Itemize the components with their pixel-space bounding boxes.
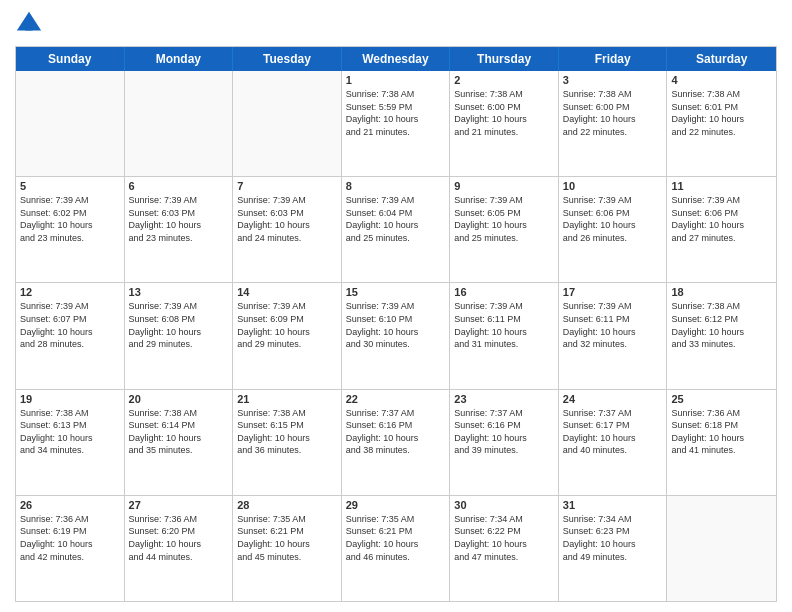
calendar-day-5: 5Sunrise: 7:39 AM Sunset: 6:02 PM Daylig… bbox=[16, 177, 125, 282]
day-number: 10 bbox=[563, 180, 663, 192]
calendar-week-1: 1Sunrise: 7:38 AM Sunset: 5:59 PM Daylig… bbox=[16, 71, 776, 176]
calendar-day-8: 8Sunrise: 7:39 AM Sunset: 6:04 PM Daylig… bbox=[342, 177, 451, 282]
day-info: Sunrise: 7:38 AM Sunset: 6:01 PM Dayligh… bbox=[671, 88, 772, 138]
day-number: 5 bbox=[20, 180, 120, 192]
day-info: Sunrise: 7:39 AM Sunset: 6:07 PM Dayligh… bbox=[20, 300, 120, 350]
calendar-day-15: 15Sunrise: 7:39 AM Sunset: 6:10 PM Dayli… bbox=[342, 283, 451, 388]
calendar-day-14: 14Sunrise: 7:39 AM Sunset: 6:09 PM Dayli… bbox=[233, 283, 342, 388]
calendar-day-2: 2Sunrise: 7:38 AM Sunset: 6:00 PM Daylig… bbox=[450, 71, 559, 176]
day-info: Sunrise: 7:39 AM Sunset: 6:06 PM Dayligh… bbox=[671, 194, 772, 244]
day-number: 24 bbox=[563, 393, 663, 405]
day-info: Sunrise: 7:37 AM Sunset: 6:17 PM Dayligh… bbox=[563, 407, 663, 457]
day-info: Sunrise: 7:39 AM Sunset: 6:11 PM Dayligh… bbox=[454, 300, 554, 350]
calendar-header-friday: Friday bbox=[559, 47, 668, 71]
calendar: SundayMondayTuesdayWednesdayThursdayFrid… bbox=[15, 46, 777, 602]
day-number: 23 bbox=[454, 393, 554, 405]
day-info: Sunrise: 7:38 AM Sunset: 6:00 PM Dayligh… bbox=[563, 88, 663, 138]
day-info: Sunrise: 7:37 AM Sunset: 6:16 PM Dayligh… bbox=[454, 407, 554, 457]
day-info: Sunrise: 7:36 AM Sunset: 6:20 PM Dayligh… bbox=[129, 513, 229, 563]
calendar-week-2: 5Sunrise: 7:39 AM Sunset: 6:02 PM Daylig… bbox=[16, 176, 776, 282]
day-info: Sunrise: 7:39 AM Sunset: 6:03 PM Dayligh… bbox=[129, 194, 229, 244]
day-number: 13 bbox=[129, 286, 229, 298]
logo bbox=[15, 10, 47, 38]
day-info: Sunrise: 7:39 AM Sunset: 6:04 PM Dayligh… bbox=[346, 194, 446, 244]
calendar-day-20: 20Sunrise: 7:38 AM Sunset: 6:14 PM Dayli… bbox=[125, 390, 234, 495]
calendar-day-30: 30Sunrise: 7:34 AM Sunset: 6:22 PM Dayli… bbox=[450, 496, 559, 601]
calendar-day-13: 13Sunrise: 7:39 AM Sunset: 6:08 PM Dayli… bbox=[125, 283, 234, 388]
calendar-week-5: 26Sunrise: 7:36 AM Sunset: 6:19 PM Dayli… bbox=[16, 495, 776, 601]
day-number: 9 bbox=[454, 180, 554, 192]
day-number: 12 bbox=[20, 286, 120, 298]
calendar-day-3: 3Sunrise: 7:38 AM Sunset: 6:00 PM Daylig… bbox=[559, 71, 668, 176]
day-number: 4 bbox=[671, 74, 772, 86]
calendar-empty-cell bbox=[125, 71, 234, 176]
day-info: Sunrise: 7:39 AM Sunset: 6:05 PM Dayligh… bbox=[454, 194, 554, 244]
day-number: 3 bbox=[563, 74, 663, 86]
calendar-day-31: 31Sunrise: 7:34 AM Sunset: 6:23 PM Dayli… bbox=[559, 496, 668, 601]
calendar-empty-cell bbox=[667, 496, 776, 601]
day-info: Sunrise: 7:38 AM Sunset: 6:15 PM Dayligh… bbox=[237, 407, 337, 457]
calendar-day-27: 27Sunrise: 7:36 AM Sunset: 6:20 PM Dayli… bbox=[125, 496, 234, 601]
calendar-week-4: 19Sunrise: 7:38 AM Sunset: 6:13 PM Dayli… bbox=[16, 389, 776, 495]
day-number: 14 bbox=[237, 286, 337, 298]
calendar-header-tuesday: Tuesday bbox=[233, 47, 342, 71]
day-number: 11 bbox=[671, 180, 772, 192]
day-info: Sunrise: 7:39 AM Sunset: 6:03 PM Dayligh… bbox=[237, 194, 337, 244]
day-number: 15 bbox=[346, 286, 446, 298]
day-number: 6 bbox=[129, 180, 229, 192]
calendar-day-23: 23Sunrise: 7:37 AM Sunset: 6:16 PM Dayli… bbox=[450, 390, 559, 495]
calendar-day-17: 17Sunrise: 7:39 AM Sunset: 6:11 PM Dayli… bbox=[559, 283, 668, 388]
day-info: Sunrise: 7:38 AM Sunset: 6:00 PM Dayligh… bbox=[454, 88, 554, 138]
calendar-header-sunday: Sunday bbox=[16, 47, 125, 71]
calendar-day-25: 25Sunrise: 7:36 AM Sunset: 6:18 PM Dayli… bbox=[667, 390, 776, 495]
calendar-day-28: 28Sunrise: 7:35 AM Sunset: 6:21 PM Dayli… bbox=[233, 496, 342, 601]
day-number: 30 bbox=[454, 499, 554, 511]
calendar-day-18: 18Sunrise: 7:38 AM Sunset: 6:12 PM Dayli… bbox=[667, 283, 776, 388]
day-number: 29 bbox=[346, 499, 446, 511]
day-number: 16 bbox=[454, 286, 554, 298]
calendar-day-21: 21Sunrise: 7:38 AM Sunset: 6:15 PM Dayli… bbox=[233, 390, 342, 495]
calendar-day-12: 12Sunrise: 7:39 AM Sunset: 6:07 PM Dayli… bbox=[16, 283, 125, 388]
day-info: Sunrise: 7:38 AM Sunset: 6:13 PM Dayligh… bbox=[20, 407, 120, 457]
day-number: 18 bbox=[671, 286, 772, 298]
day-info: Sunrise: 7:39 AM Sunset: 6:06 PM Dayligh… bbox=[563, 194, 663, 244]
calendar-day-29: 29Sunrise: 7:35 AM Sunset: 6:21 PM Dayli… bbox=[342, 496, 451, 601]
day-info: Sunrise: 7:38 AM Sunset: 5:59 PM Dayligh… bbox=[346, 88, 446, 138]
day-number: 19 bbox=[20, 393, 120, 405]
calendar-day-10: 10Sunrise: 7:39 AM Sunset: 6:06 PM Dayli… bbox=[559, 177, 668, 282]
day-info: Sunrise: 7:36 AM Sunset: 6:18 PM Dayligh… bbox=[671, 407, 772, 457]
calendar-day-16: 16Sunrise: 7:39 AM Sunset: 6:11 PM Dayli… bbox=[450, 283, 559, 388]
calendar-header-saturday: Saturday bbox=[667, 47, 776, 71]
calendar-empty-cell bbox=[16, 71, 125, 176]
day-info: Sunrise: 7:37 AM Sunset: 6:16 PM Dayligh… bbox=[346, 407, 446, 457]
day-number: 7 bbox=[237, 180, 337, 192]
calendar-day-19: 19Sunrise: 7:38 AM Sunset: 6:13 PM Dayli… bbox=[16, 390, 125, 495]
day-number: 8 bbox=[346, 180, 446, 192]
calendar-body: 1Sunrise: 7:38 AM Sunset: 5:59 PM Daylig… bbox=[16, 71, 776, 601]
day-number: 28 bbox=[237, 499, 337, 511]
calendar-day-11: 11Sunrise: 7:39 AM Sunset: 6:06 PM Dayli… bbox=[667, 177, 776, 282]
calendar-day-1: 1Sunrise: 7:38 AM Sunset: 5:59 PM Daylig… bbox=[342, 71, 451, 176]
day-info: Sunrise: 7:38 AM Sunset: 6:12 PM Dayligh… bbox=[671, 300, 772, 350]
calendar-day-24: 24Sunrise: 7:37 AM Sunset: 6:17 PM Dayli… bbox=[559, 390, 668, 495]
logo-icon bbox=[15, 10, 43, 38]
day-info: Sunrise: 7:39 AM Sunset: 6:08 PM Dayligh… bbox=[129, 300, 229, 350]
day-number: 27 bbox=[129, 499, 229, 511]
calendar-header-monday: Monday bbox=[125, 47, 234, 71]
day-info: Sunrise: 7:39 AM Sunset: 6:09 PM Dayligh… bbox=[237, 300, 337, 350]
calendar-day-7: 7Sunrise: 7:39 AM Sunset: 6:03 PM Daylig… bbox=[233, 177, 342, 282]
header bbox=[15, 10, 777, 38]
calendar-week-3: 12Sunrise: 7:39 AM Sunset: 6:07 PM Dayli… bbox=[16, 282, 776, 388]
day-number: 1 bbox=[346, 74, 446, 86]
day-info: Sunrise: 7:34 AM Sunset: 6:22 PM Dayligh… bbox=[454, 513, 554, 563]
calendar-day-22: 22Sunrise: 7:37 AM Sunset: 6:16 PM Dayli… bbox=[342, 390, 451, 495]
day-info: Sunrise: 7:39 AM Sunset: 6:10 PM Dayligh… bbox=[346, 300, 446, 350]
day-info: Sunrise: 7:39 AM Sunset: 6:11 PM Dayligh… bbox=[563, 300, 663, 350]
calendar-header-row: SundayMondayTuesdayWednesdayThursdayFrid… bbox=[16, 47, 776, 71]
day-info: Sunrise: 7:38 AM Sunset: 6:14 PM Dayligh… bbox=[129, 407, 229, 457]
calendar-day-26: 26Sunrise: 7:36 AM Sunset: 6:19 PM Dayli… bbox=[16, 496, 125, 601]
calendar-header-thursday: Thursday bbox=[450, 47, 559, 71]
day-number: 31 bbox=[563, 499, 663, 511]
day-info: Sunrise: 7:39 AM Sunset: 6:02 PM Dayligh… bbox=[20, 194, 120, 244]
calendar-day-6: 6Sunrise: 7:39 AM Sunset: 6:03 PM Daylig… bbox=[125, 177, 234, 282]
